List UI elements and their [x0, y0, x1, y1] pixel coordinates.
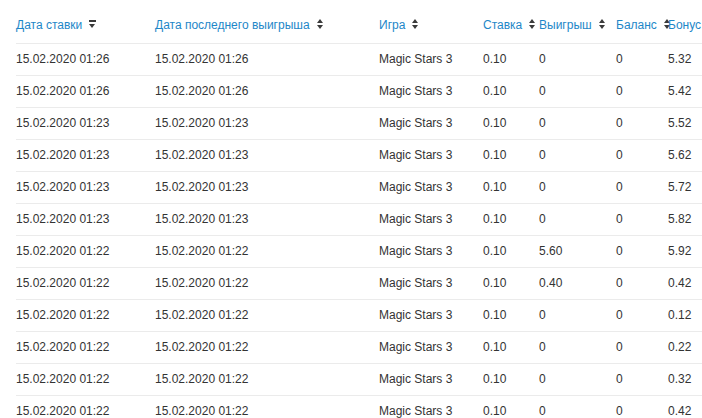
cell-last-win-date: 15.02.2020 01:23 [155, 203, 379, 235]
cell-balance: 0 [616, 267, 668, 299]
column-label-bet-date: Дата ставки [16, 18, 82, 32]
column-header-bet-date[interactable]: Дата ставки [16, 0, 155, 43]
cell-bonus: 0.32 [668, 363, 702, 395]
cell-last-win-date: 15.02.2020 01:22 [155, 235, 379, 267]
cell-win: 0 [539, 395, 616, 418]
cell-bonus: 5.42 [668, 75, 702, 107]
cell-win: 0 [539, 203, 616, 235]
cell-game: Magic Stars 3 [379, 171, 483, 203]
column-label-bet: Ставка [483, 18, 522, 32]
cell-balance: 0 [616, 363, 668, 395]
cell-game: Magic Stars 3 [379, 75, 483, 107]
sort-toggle-icon [412, 19, 418, 29]
cell-last-win-date: 15.02.2020 01:23 [155, 107, 379, 139]
column-header-bet[interactable]: Ставка [483, 0, 539, 43]
column-label-last-win-date: Дата последнего выигрыша [155, 18, 310, 32]
cell-bet-date: 15.02.2020 01:23 [16, 203, 155, 235]
cell-bet-date: 15.02.2020 01:22 [16, 331, 155, 363]
cell-balance: 0 [616, 75, 668, 107]
table-row: 15.02.2020 01:2315.02.2020 01:23Magic St… [16, 203, 702, 235]
cell-game: Magic Stars 3 [379, 331, 483, 363]
cell-last-win-date: 15.02.2020 01:26 [155, 43, 379, 75]
table-body: 15.02.2020 01:2615.02.2020 01:26Magic St… [16, 43, 702, 418]
cell-last-win-date: 15.02.2020 01:22 [155, 395, 379, 418]
cell-bet-date: 15.02.2020 01:22 [16, 235, 155, 267]
column-header-last-win-date[interactable]: Дата последнего выигрыша [155, 0, 379, 43]
cell-win: 0 [539, 171, 616, 203]
cell-bonus: 0.42 [668, 395, 702, 418]
cell-bet-date: 15.02.2020 01:26 [16, 43, 155, 75]
column-label-game: Игра [379, 18, 405, 32]
table-row: 15.02.2020 01:2615.02.2020 01:26Magic St… [16, 43, 702, 75]
cell-bet: 0.10 [483, 331, 539, 363]
cell-bet-date: 15.02.2020 01:23 [16, 171, 155, 203]
cell-bonus: 5.62 [668, 139, 702, 171]
cell-bonus: 0.22 [668, 331, 702, 363]
column-label-balance: Баланс [616, 18, 657, 32]
cell-bet: 0.10 [483, 43, 539, 75]
cell-bet: 0.10 [483, 299, 539, 331]
cell-balance: 0 [616, 331, 668, 363]
cell-bonus: 5.72 [668, 171, 702, 203]
cell-bet: 0.10 [483, 75, 539, 107]
cell-win: 0 [539, 363, 616, 395]
cell-bet: 0.10 [483, 395, 539, 418]
cell-bet: 0.10 [483, 267, 539, 299]
cell-win: 0 [539, 331, 616, 363]
cell-balance: 0 [616, 171, 668, 203]
cell-bet-date: 15.02.2020 01:23 [16, 139, 155, 171]
cell-bet-date: 15.02.2020 01:22 [16, 267, 155, 299]
cell-bet-date: 15.02.2020 01:22 [16, 299, 155, 331]
column-label-bonus: Бонус [668, 18, 701, 32]
table-row: 15.02.2020 01:2215.02.2020 01:22Magic St… [16, 395, 702, 418]
cell-game: Magic Stars 3 [379, 107, 483, 139]
table-row: 15.02.2020 01:2215.02.2020 01:22Magic St… [16, 331, 702, 363]
sort-toggle-icon [317, 19, 323, 29]
cell-bonus: 5.52 [668, 107, 702, 139]
column-header-balance[interactable]: Баланс [616, 0, 668, 43]
cell-balance: 0 [616, 139, 668, 171]
cell-game: Magic Stars 3 [379, 267, 483, 299]
cell-balance: 0 [616, 299, 668, 331]
table-row: 15.02.2020 01:2215.02.2020 01:22Magic St… [16, 299, 702, 331]
cell-game: Magic Stars 3 [379, 139, 483, 171]
bet-history-table-container: Дата ставкиДата последнего выигрышаИграС… [16, 0, 702, 418]
cell-bet: 0.10 [483, 363, 539, 395]
table-row: 15.02.2020 01:2215.02.2020 01:22Magic St… [16, 267, 702, 299]
cell-win: 0.40 [539, 267, 616, 299]
cell-bonus: 0.12 [668, 299, 702, 331]
cell-bet: 0.10 [483, 235, 539, 267]
cell-bet: 0.10 [483, 203, 539, 235]
cell-game: Magic Stars 3 [379, 299, 483, 331]
cell-win: 5.60 [539, 235, 616, 267]
table-row: 15.02.2020 01:2315.02.2020 01:23Magic St… [16, 139, 702, 171]
cell-balance: 0 [616, 235, 668, 267]
column-header-bonus[interactable]: Бонус [668, 0, 702, 43]
column-header-game[interactable]: Игра [379, 0, 483, 43]
table-row: 15.02.2020 01:2615.02.2020 01:26Magic St… [16, 75, 702, 107]
cell-bet-date: 15.02.2020 01:22 [16, 363, 155, 395]
table-row: 15.02.2020 01:2215.02.2020 01:22Magic St… [16, 363, 702, 395]
cell-bonus: 5.92 [668, 235, 702, 267]
cell-game: Magic Stars 3 [379, 395, 483, 418]
cell-last-win-date: 15.02.2020 01:26 [155, 75, 379, 107]
cell-win: 0 [539, 139, 616, 171]
cell-last-win-date: 15.02.2020 01:23 [155, 139, 379, 171]
header-row: Дата ставкиДата последнего выигрышаИграС… [16, 0, 702, 43]
bet-history-table: Дата ставкиДата последнего выигрышаИграС… [16, 0, 702, 418]
cell-bet: 0.10 [483, 107, 539, 139]
cell-bonus: 5.32 [668, 43, 702, 75]
cell-win: 0 [539, 107, 616, 139]
cell-balance: 0 [616, 395, 668, 418]
sort-toggle-icon [599, 19, 605, 29]
cell-balance: 0 [616, 43, 668, 75]
table-row: 15.02.2020 01:2315.02.2020 01:23Magic St… [16, 171, 702, 203]
cell-last-win-date: 15.02.2020 01:23 [155, 171, 379, 203]
cell-balance: 0 [616, 203, 668, 235]
sort-descending-icon [89, 20, 96, 28]
cell-game: Magic Stars 3 [379, 203, 483, 235]
column-header-win[interactable]: Выигрыш [539, 0, 616, 43]
cell-bonus: 0.42 [668, 267, 702, 299]
cell-bet: 0.10 [483, 139, 539, 171]
cell-last-win-date: 15.02.2020 01:22 [155, 267, 379, 299]
